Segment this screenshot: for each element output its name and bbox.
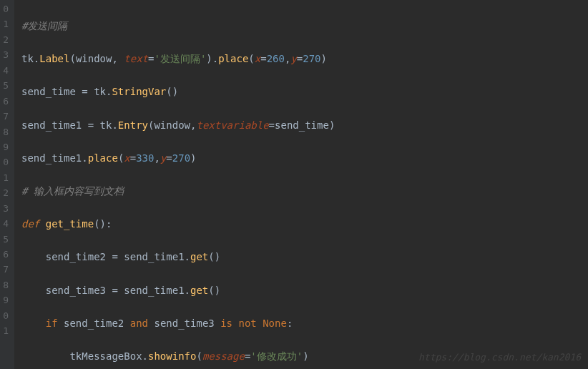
code-line[interactable]: #发送间隔 bbox=[21, 18, 588, 34]
line-number: 7 bbox=[3, 262, 9, 277]
code-editor[interactable]: #发送间隔 tk.Label(window, text='发送间隔').plac… bbox=[14, 0, 588, 369]
code-line[interactable]: send_time3 = send_time1.get() bbox=[21, 282, 588, 299]
line-number: 3 bbox=[3, 47, 9, 62]
line-number: 5 bbox=[3, 78, 9, 93]
code-line[interactable]: send_time1.place(x=330,y=270) bbox=[21, 150, 588, 167]
line-number: 1 bbox=[3, 170, 9, 185]
line-number: 4 bbox=[3, 216, 9, 231]
line-number: 9 bbox=[3, 292, 9, 308]
code-line[interactable]: send_time1 = tk.Entry(window,textvariabl… bbox=[21, 117, 588, 134]
line-number: 8 bbox=[3, 124, 9, 139]
line-number: 0 bbox=[3, 154, 9, 169]
code-line[interactable]: if send_time2 and send_time3 is not None… bbox=[21, 315, 588, 332]
code-line[interactable]: def get_time(): bbox=[21, 216, 588, 232]
code-line[interactable]: tk.Label(window, text='发送间隔').place(x=26… bbox=[21, 51, 588, 67]
line-number: 0 bbox=[3, 1, 9, 16]
comment: # 输入框内容写到文档 bbox=[21, 185, 124, 197]
line-number: 6 bbox=[3, 94, 9, 109]
line-number: 0 bbox=[3, 308, 9, 323]
line-number: 3 bbox=[3, 201, 9, 216]
line-number: 8 bbox=[3, 277, 9, 292]
comment: #发送间隔 bbox=[21, 20, 67, 31]
line-number-gutter: 0 1 2 3 4 5 6 7 8 9 0 1 2 3 4 5 6 7 8 9 … bbox=[0, 0, 14, 369]
code-line[interactable]: send_time2 = send_time1.get() bbox=[21, 249, 588, 265]
code-line[interactable]: send_time = tk.StringVar() bbox=[21, 84, 588, 100]
code-line[interactable]: # 输入框内容写到文档 bbox=[21, 183, 588, 200]
line-number: 2 bbox=[3, 185, 9, 200]
line-number: 1 bbox=[3, 16, 9, 31]
line-number: 1 bbox=[3, 323, 9, 338]
line-number: 2 bbox=[3, 32, 9, 47]
line-number: 7 bbox=[3, 109, 9, 124]
line-number: 5 bbox=[3, 232, 9, 247]
line-number: 6 bbox=[3, 247, 9, 262]
watermark: https://blog.csdn.net/kan2016 bbox=[418, 350, 581, 365]
line-number: 4 bbox=[3, 63, 9, 78]
line-number: 9 bbox=[3, 139, 9, 154]
